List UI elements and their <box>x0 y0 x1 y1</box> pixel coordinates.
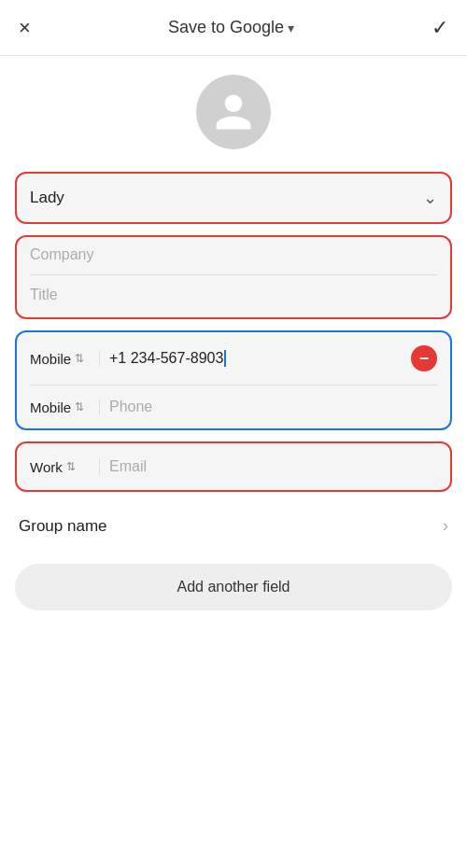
email-placeholder[interactable]: Email <box>99 458 437 475</box>
header-title-container[interactable]: Save to Google ▾ <box>168 18 294 37</box>
header-dropdown-icon: ▾ <box>288 21 294 35</box>
title-input[interactable] <box>30 287 437 303</box>
group-name-row[interactable]: Group name › <box>15 503 452 549</box>
company-input[interactable] <box>30 246 437 263</box>
company-title-container <box>15 235 452 319</box>
group-name-label: Group name <box>19 517 107 536</box>
avatar[interactable] <box>196 75 271 149</box>
phone-value-1[interactable]: +1 234-567-8903 <box>99 350 402 368</box>
person-icon <box>212 91 255 133</box>
content: Lady ⌄ Mobile ⇅ +1 234-567-8903 − <box>0 164 467 868</box>
phone-placeholder-2[interactable]: Phone <box>99 399 437 415</box>
phone-type-text-1: Mobile <box>30 351 71 367</box>
close-icon[interactable]: × <box>19 16 31 40</box>
phone-text-1: +1 234-567-8903 <box>109 350 223 366</box>
text-cursor <box>224 350 226 367</box>
chevron-right-icon: › <box>443 516 448 536</box>
phone-container: Mobile ⇅ +1 234-567-8903 − Mobile ⇅ Phon… <box>15 330 452 430</box>
phone-type-label-2[interactable]: Mobile ⇅ <box>30 399 95 415</box>
email-type-label[interactable]: Work ⇅ <box>30 459 95 475</box>
phone-type-arrows-2: ⇅ <box>75 400 84 413</box>
header-title: Save to Google <box>168 18 284 37</box>
remove-phone-icon[interactable]: − <box>411 345 437 371</box>
phone-type-arrows-1: ⇅ <box>75 352 84 365</box>
email-row: Work ⇅ Email <box>17 443 450 490</box>
header: × Save to Google ▾ ✓ <box>0 0 467 56</box>
phone-type-text-2: Mobile <box>30 399 71 415</box>
avatar-section[interactable] <box>0 56 467 164</box>
name-field-container[interactable]: Lady ⌄ <box>15 172 452 224</box>
email-type-text: Work <box>30 459 63 475</box>
chevron-down-icon: ⌄ <box>423 188 437 208</box>
email-container: Work ⇅ Email <box>15 441 452 492</box>
company-title-divider <box>30 274 437 275</box>
add-another-field-button[interactable]: Add another field <box>15 564 452 610</box>
name-field-value: Lady <box>30 189 64 207</box>
phone-type-label-1[interactable]: Mobile ⇅ <box>30 351 95 367</box>
phone-row-2: Mobile ⇅ Phone <box>17 385 450 428</box>
page: × Save to Google ▾ ✓ Lady ⌄ <box>0 0 467 868</box>
check-icon[interactable]: ✓ <box>432 16 448 40</box>
email-type-arrows: ⇅ <box>66 460 76 473</box>
phone-row-1: Mobile ⇅ +1 234-567-8903 − <box>17 332 450 385</box>
